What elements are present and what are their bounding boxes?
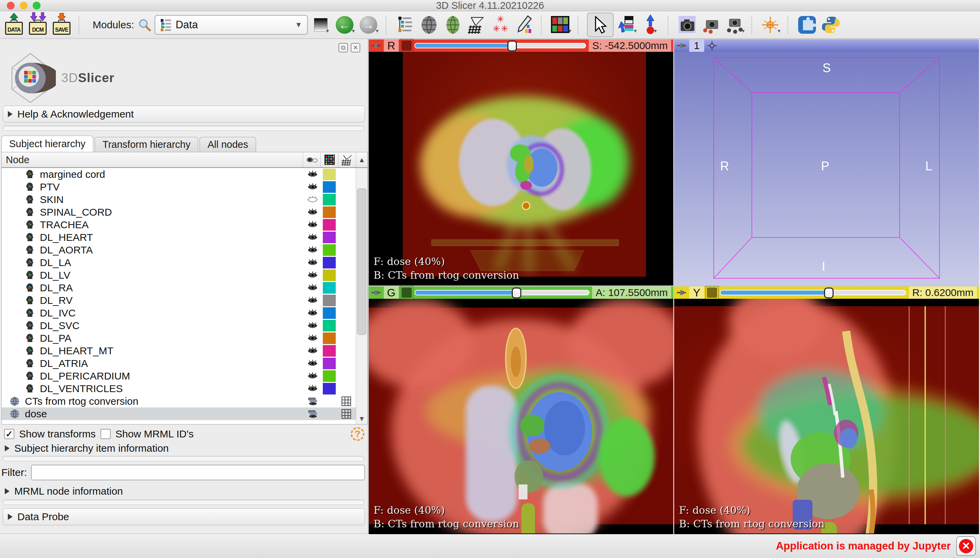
- visibility-eye-icon[interactable]: [305, 233, 321, 242]
- filter-input[interactable]: [31, 464, 365, 480]
- threed-view-label[interactable]: 1: [689, 39, 704, 52]
- tree-row-dose[interactable]: dose: [2, 407, 356, 420]
- visibility-off-eye-icon[interactable]: [305, 195, 321, 204]
- module-selector-combobox[interactable]: Data ▼: [155, 15, 308, 35]
- color-swatch[interactable]: [321, 169, 338, 180]
- color-swatch[interactable]: [321, 219, 338, 231]
- slice-visibility-icon[interactable]: [305, 409, 321, 419]
- color-swatch[interactable]: [321, 370, 338, 382]
- green-slice-slider[interactable]: [414, 290, 589, 295]
- undock-panel-button[interactable]: ⧉: [339, 43, 348, 53]
- color-swatch[interactable]: [321, 383, 338, 394]
- tree-row-dl-rv[interactable]: DL_RV: [2, 294, 356, 307]
- load-data-button[interactable]: DATA: [4, 14, 25, 36]
- view-controls-icon[interactable]: [707, 41, 717, 51]
- pin-icon[interactable]: [676, 287, 687, 298]
- visibility-eye-icon[interactable]: [305, 296, 321, 305]
- data-probe-section[interactable]: Data Probe: [3, 508, 365, 525]
- models-module-button[interactable]: [443, 14, 463, 36]
- visibility-eye-icon[interactable]: [305, 220, 321, 229]
- slider-handle[interactable]: [512, 287, 521, 299]
- color-swatch[interactable]: [321, 358, 338, 369]
- color-swatch[interactable]: [321, 295, 338, 306]
- minimize-window-button[interactable]: [20, 2, 28, 10]
- transform-column-header[interactable]: [338, 152, 356, 167]
- visibility-eye-icon[interactable]: [305, 170, 321, 179]
- tree-row-dl-atria[interactable]: DL_ATRIA: [2, 357, 356, 369]
- tree-row-dl-ra[interactable]: DL_RA: [2, 281, 356, 294]
- yellow-slice-offset[interactable]: R: 0.6200mm: [909, 287, 977, 299]
- visibility-eye-icon[interactable]: [305, 384, 321, 393]
- layout-selector-button[interactable]: ▾: [550, 14, 571, 36]
- color-swatch[interactable]: [321, 307, 338, 319]
- visibility-eye-icon[interactable]: [305, 359, 321, 368]
- tree-row-dl-heart-mt[interactable]: DL_HEART_MT: [2, 345, 356, 357]
- visibility-eye-icon[interactable]: [305, 258, 321, 267]
- pin-icon[interactable]: [676, 41, 687, 51]
- visibility-eye-icon[interactable]: [305, 246, 321, 254]
- show-transforms-checkbox[interactable]: ✓: [4, 429, 14, 439]
- extensions-manager-button[interactable]: [797, 14, 817, 36]
- tree-row-skin[interactable]: SKIN: [2, 193, 356, 206]
- slice-model-visibility-icon[interactable]: [401, 287, 412, 298]
- color-swatch[interactable]: [321, 194, 338, 205]
- yellow-slice-content[interactable]: F: dose (40%) B: CTs from rtog conversio…: [674, 299, 979, 534]
- scene-view-restore-button[interactable]: ▾: [725, 14, 745, 36]
- tree-scrollbar-down[interactable]: ▼: [356, 415, 367, 423]
- python-console-button[interactable]: [821, 14, 841, 36]
- color-swatch[interactable]: [321, 269, 338, 281]
- tree-row-dl-ventricles[interactable]: DL_VENTRICLES: [2, 382, 356, 395]
- module-forward-button[interactable]: →▾: [359, 14, 380, 36]
- tab-subject-hierarchy[interactable]: Subject hierarchy: [2, 136, 93, 152]
- volumes-module-button[interactable]: [419, 14, 439, 36]
- help-acknowledgement-section[interactable]: Help & Acknowledgement: [3, 106, 365, 123]
- transform-grid-icon[interactable]: [338, 409, 355, 419]
- green-slice-offset[interactable]: A: 107.5500mm: [592, 287, 671, 299]
- visibility-eye-icon[interactable]: [305, 208, 321, 217]
- slice-model-visibility-icon[interactable]: [401, 41, 412, 51]
- slice-model-visibility-icon[interactable]: [707, 287, 717, 298]
- mrml-node-information-section[interactable]: MRML node information: [5, 485, 123, 497]
- green-slice-content[interactable]: F: dose (40%) B: CTs from rtog conversio…: [369, 299, 673, 534]
- visibility-eye-icon[interactable]: [305, 284, 321, 292]
- tree-row-dl-pa[interactable]: DL_PA: [2, 332, 356, 345]
- tree-row-ptv[interactable]: PTV: [2, 181, 356, 193]
- yellow-view-label[interactable]: Y: [689, 287, 704, 299]
- visibility-eye-icon[interactable]: [305, 309, 321, 317]
- color-swatch[interactable]: [321, 244, 338, 256]
- tree-row-cts-from-rtog-conversion[interactable]: CTs from rtog conversion: [2, 395, 356, 407]
- tree-row-dl-lv[interactable]: DL_LV: [2, 269, 356, 281]
- crosshair-button[interactable]: ▾: [761, 14, 781, 36]
- tree-scrollbar-thumb[interactable]: [357, 189, 366, 335]
- tree-row-dl-svc[interactable]: DL_SVC: [2, 319, 356, 332]
- tree-header-node-column[interactable]: Node: [2, 154, 303, 166]
- color-swatch[interactable]: [321, 345, 338, 357]
- red-slice-content[interactable]: F: dose (40%) B: CTs from rtog conversio…: [369, 52, 673, 286]
- item-information-section[interactable]: Subject hierarchy item information: [5, 442, 169, 455]
- data-module-button[interactable]: [395, 14, 416, 36]
- tree-row-dl-heart[interactable]: DL_HEART: [2, 231, 356, 244]
- color-swatch[interactable]: [321, 333, 338, 344]
- visibility-eye-icon[interactable]: [305, 372, 321, 381]
- module-history-button[interactable]: ▾: [311, 14, 332, 36]
- tree-row-trachea[interactable]: TRACHEA: [2, 218, 356, 231]
- scene-view-save-button[interactable]: [701, 14, 721, 36]
- show-mrml-ids-checkbox[interactable]: [100, 429, 111, 439]
- tree-row-dl-aorta[interactable]: DL_AORTA: [2, 244, 356, 256]
- color-column-header[interactable]: [321, 152, 338, 167]
- tab-all-nodes[interactable]: All nodes: [200, 137, 256, 152]
- red-view-label[interactable]: R: [384, 39, 399, 52]
- color-swatch[interactable]: [321, 282, 338, 294]
- tree-row-dl-pericardium[interactable]: DL_PERICARDIUM: [2, 369, 356, 382]
- zoom-window-button[interactable]: [33, 2, 41, 10]
- color-swatch[interactable]: [321, 181, 338, 193]
- tree-row-dl-la[interactable]: DL_LA: [2, 256, 356, 269]
- color-swatch[interactable]: [321, 257, 338, 268]
- module-back-button[interactable]: ←▾: [335, 14, 355, 36]
- screenshot-button[interactable]: [677, 14, 697, 36]
- visibility-eye-icon[interactable]: [305, 271, 321, 280]
- tree-row-margined-cord[interactable]: margined cord: [2, 168, 356, 181]
- help-icon[interactable]: ?: [351, 427, 364, 441]
- close-window-button[interactable]: [7, 2, 15, 10]
- tree-row-dl-ivc[interactable]: DL_IVC: [2, 307, 356, 319]
